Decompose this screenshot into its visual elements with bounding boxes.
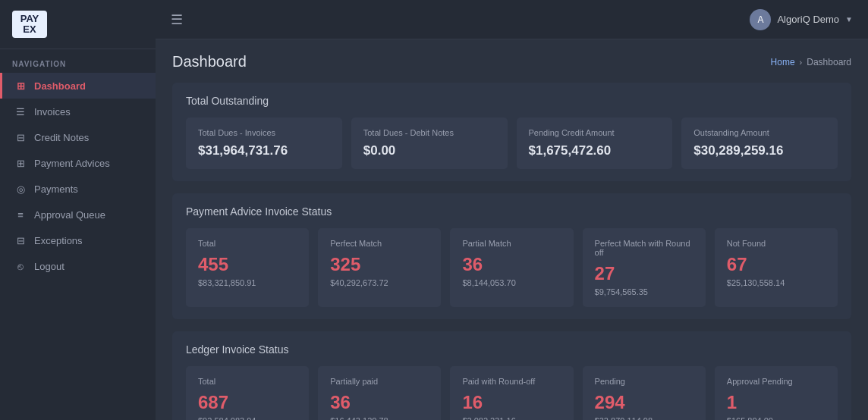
sidebar-item-credit-notes[interactable]: ⊟ Credit Notes (0, 124, 156, 150)
card-value: $31,964,731.76 (198, 143, 330, 158)
logout-icon: ⎋ (14, 260, 27, 272)
ledger-invoice-cards: Total 687 $92,584,083.94 Partially paid … (186, 366, 838, 420)
ledger-invoice-section: Ledger Invoice Status Total 687 $92,584,… (172, 331, 851, 420)
topbar: ☰ A AlgoriQ Demo ▼ (156, 0, 868, 39)
card-amount: $32,879,114.98 (595, 416, 693, 420)
user-name: AlgoriQ Demo (777, 14, 839, 25)
card-amount: $8,144,053.70 (462, 278, 561, 287)
card-li-total: Total 687 $92,584,083.94 (186, 366, 309, 420)
dashboard-icon: ⊞ (14, 80, 27, 92)
card-amount: $9,754,565.35 (595, 287, 693, 296)
payment-advice-title: Payment Advice Invoice Status (186, 205, 838, 218)
sidebar-item-label: Invoices (34, 106, 71, 118)
card-pending-credit: Pending Credit Amount $1,675,472.60 (517, 118, 673, 169)
card-label: Perfect Match (330, 239, 429, 248)
chevron-down-icon: ▼ (845, 15, 853, 24)
sidebar-item-approval-queue[interactable]: ≡ Approval Queue (0, 202, 156, 227)
card-label: Outstanding Amount (693, 128, 826, 137)
nav-menu: ⊞ Dashboard ☰ Invoices ⊟ Credit Notes ⊞ … (0, 73, 156, 279)
card-pa-perfect-match: Perfect Match 325 $40,292,673.72 (318, 228, 441, 307)
user-menu[interactable]: A AlgoriQ Demo ▼ (750, 9, 853, 30)
payments-icon: ◎ (14, 183, 27, 195)
card-li-pending: Pending 294 $32,879,114.98 (583, 366, 706, 420)
card-label: Partially paid (330, 377, 429, 386)
card-value: $1,675,472.60 (529, 143, 661, 158)
total-outstanding-section: Total Outstanding Total Dues - Invoices … (172, 83, 851, 181)
breadcrumb: Home › Dashboard (771, 57, 851, 67)
card-count: 67 (727, 254, 826, 275)
card-count: 687 (198, 392, 297, 413)
card-total-dues-invoices: Total Dues - Invoices $31,964,731.76 (186, 118, 342, 169)
card-value: $30,289,259.16 (693, 143, 826, 158)
card-label: Paid with Round-off (462, 377, 561, 386)
main-area: ☰ A AlgoriQ Demo ▼ Dashboard Home › Dash… (156, 0, 868, 420)
payment-advices-icon: ⊞ (14, 157, 27, 169)
card-label: Total (198, 239, 297, 248)
sidebar-item-label: Payment Advices (34, 158, 110, 169)
card-amount: $83,321,850.91 (198, 278, 297, 287)
sidebar-item-logout[interactable]: ⎋ Logout (0, 253, 156, 279)
card-total-dues-debit: Total Dues - Debit Notes $0.00 (351, 118, 508, 169)
page-title: Dashboard (172, 53, 247, 71)
card-label: Approval Pending (727, 377, 826, 386)
sidebar-item-payments[interactable]: ◎ Payments (0, 176, 156, 202)
sidebar-item-label: Dashboard (34, 80, 86, 92)
payment-advice-cards: Total 455 $83,321,850.91 Perfect Match 3… (186, 228, 838, 307)
breadcrumb-separator: › (800, 58, 803, 67)
logo-text: PAYEX (20, 14, 39, 36)
card-pa-perfect-match-roundoff: Perfect Match with Round off 27 $9,754,5… (583, 228, 706, 307)
breadcrumb-home[interactable]: Home (771, 57, 795, 67)
card-count: 27 (595, 263, 693, 284)
card-count: 16 (462, 392, 561, 413)
logo-box: PAYEX (12, 11, 47, 38)
approval-queue-icon: ≡ (14, 208, 27, 221)
card-label: Perfect Match with Round off (595, 239, 693, 257)
content-area: Dashboard Home › Dashboard Total Outstan… (156, 39, 868, 420)
card-outstanding-amount: Outstanding Amount $30,289,259.16 (681, 118, 838, 169)
card-value: $0.00 (363, 143, 495, 158)
card-count: 1 (727, 392, 826, 413)
card-li-partially-paid: Partially paid 36 $16,443,120.78 (318, 366, 441, 420)
card-li-approval-pending: Approval Pending 1 $165,804.00 (715, 366, 838, 420)
sidebar-item-label: Credit Notes (34, 132, 89, 143)
sidebar-item-label: Approval Queue (34, 209, 105, 221)
total-outstanding-cards: Total Dues - Invoices $31,964,731.76 Tot… (186, 118, 838, 169)
ledger-invoice-title: Ledger Invoice Status (186, 343, 838, 356)
sidebar: PAYEX NAVIGATION ⊞ Dashboard ☰ Invoices … (0, 0, 156, 420)
invoices-icon: ☰ (14, 105, 27, 118)
card-pa-partial-match: Partial Match 36 $8,144,053.70 (450, 228, 573, 307)
card-pa-not-found: Not Found 67 $25,130,558.14 (715, 228, 838, 307)
sidebar-item-exceptions[interactable]: ⊟ Exceptions (0, 227, 156, 253)
card-count: 325 (330, 254, 429, 275)
sidebar-item-invoices[interactable]: ☰ Invoices (0, 99, 156, 124)
payment-advice-section: Payment Advice Invoice Status Total 455 … (172, 193, 851, 319)
credit-notes-icon: ⊟ (14, 131, 27, 143)
card-amount: $165,804.00 (727, 416, 826, 420)
logo-area: PAYEX (0, 0, 156, 49)
card-amount: $16,443,120.78 (330, 416, 429, 420)
card-label: Total Dues - Debit Notes (363, 128, 495, 137)
avatar: A (750, 9, 771, 30)
card-count: 294 (595, 392, 693, 413)
exceptions-icon: ⊟ (14, 234, 27, 246)
breadcrumb-current: Dashboard (807, 57, 851, 67)
sidebar-item-dashboard[interactable]: ⊞ Dashboard (0, 73, 156, 99)
card-amount: $2,082,231.16 (462, 416, 561, 420)
card-amount: $25,130,558.14 (727, 278, 826, 287)
card-label: Partial Match (462, 239, 561, 248)
nav-section-label: NAVIGATION (0, 49, 156, 73)
card-count: 455 (198, 254, 297, 275)
sidebar-item-label: Exceptions (34, 235, 83, 246)
card-count: 36 (330, 392, 429, 413)
total-outstanding-title: Total Outstanding (186, 95, 838, 107)
card-label: Total (198, 377, 297, 386)
sidebar-item-label: Payments (34, 183, 78, 195)
hamburger-button[interactable]: ☰ (171, 11, 183, 28)
card-amount: $40,292,673.72 (330, 278, 429, 287)
card-amount: $92,584,083.94 (198, 416, 297, 420)
card-pa-total: Total 455 $83,321,850.91 (186, 228, 309, 307)
sidebar-item-label: Logout (34, 261, 64, 272)
sidebar-item-payment-advices[interactable]: ⊞ Payment Advices (0, 150, 156, 176)
card-label: Total Dues - Invoices (198, 128, 330, 137)
card-label: Not Found (727, 239, 826, 248)
